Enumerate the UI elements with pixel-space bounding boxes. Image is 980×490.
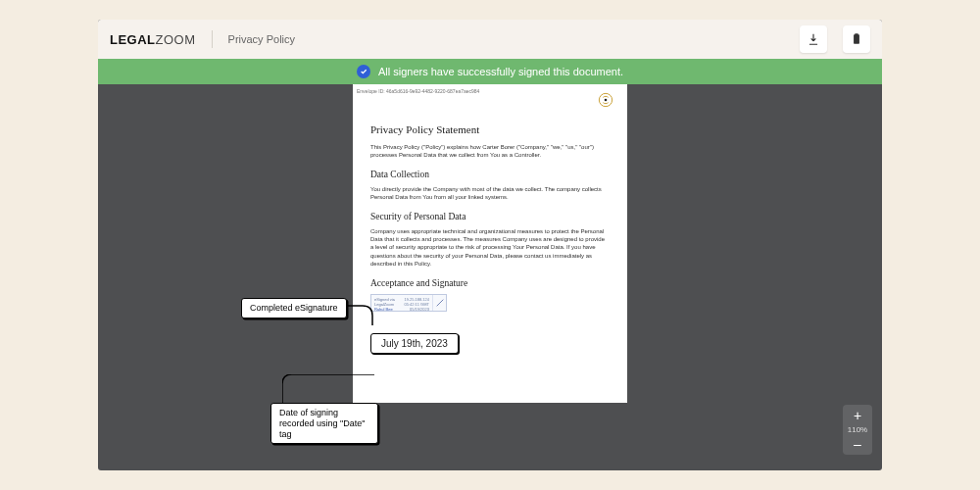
callout-date: Date of signing recorded using "Date" ta…	[270, 403, 378, 444]
divider	[212, 30, 213, 48]
document-viewport[interactable]: Envelope ID: 46a5d616-9e92-4482-9220-687…	[98, 84, 882, 470]
sig-name: Rahul Bee	[374, 307, 398, 312]
clipboard-button[interactable]	[843, 25, 870, 53]
doc-title: Privacy Policy Statement	[370, 123, 610, 135]
svg-point-3	[605, 99, 608, 102]
download-icon	[807, 32, 820, 46]
date-field[interactable]: July 19th, 2023	[370, 333, 459, 354]
zoom-control: + 110% –	[843, 405, 872, 455]
document-page: Envelope ID: 46a5d616-9e92-4482-9220-687…	[353, 84, 627, 403]
envelope-id: Envelope ID: 46a5d616-9e92-4482-9220-687…	[357, 88, 479, 94]
section-body: Company uses appropriate technical and o…	[370, 227, 610, 269]
logo: LEGALZOOM	[110, 32, 196, 47]
zoom-level: 110%	[848, 425, 867, 434]
check-badge	[357, 65, 370, 78]
zoom-in-button[interactable]: +	[843, 409, 872, 422]
app-window: LEGALZOOM Privacy Policy All signers hav…	[98, 20, 882, 470]
zoom-out-button[interactable]: –	[843, 437, 872, 451]
section-heading: Data Collection	[370, 170, 610, 179]
check-icon	[360, 68, 368, 75]
clipboard-icon	[850, 32, 863, 46]
section-body: You directly provide the Company with mo…	[370, 185, 610, 202]
download-button[interactable]	[800, 25, 827, 53]
page-title: Privacy Policy	[228, 33, 295, 45]
signature-mark-icon	[432, 295, 446, 311]
section-heading: Acceptance and Signature	[370, 278, 610, 288]
sig-date: 05/19/2023	[404, 307, 429, 312]
banner-text: All signers have successfully signed thi…	[378, 66, 623, 77]
app-header: LEGALZOOM Privacy Policy	[98, 20, 882, 59]
svg-rect-1	[855, 33, 858, 35]
doc-intro: This Privacy Policy ("Policy") explains …	[370, 143, 610, 160]
signature-field[interactable]: eSigned via LegalZoom Rahul Bee 19.25.18…	[370, 294, 447, 312]
org-logo-icon	[598, 92, 613, 108]
section-heading: Security of Personal Data	[370, 212, 610, 221]
status-banner: All signers have successfully signed thi…	[98, 59, 882, 84]
sig-via: eSigned via LegalZoom	[374, 297, 398, 307]
callout-signature: Completed eSignature	[241, 298, 347, 318]
sig-ip: 19.25.188.124	[404, 297, 429, 302]
svg-rect-0	[854, 34, 859, 43]
